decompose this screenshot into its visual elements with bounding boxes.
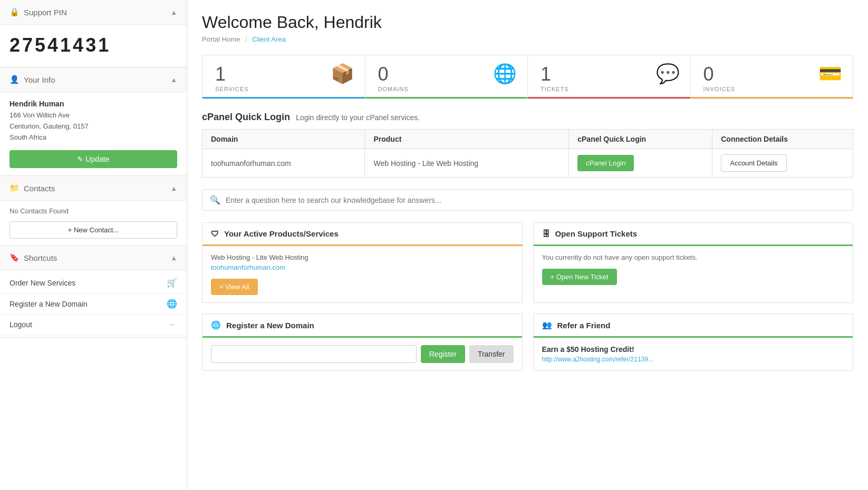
new-contact-button[interactable]: + New Contact...: [9, 221, 177, 239]
user-name: Hendrik Human: [9, 100, 177, 108]
contacts-header[interactable]: 📁 Contacts ▲: [0, 176, 187, 201]
breadcrumb-current[interactable]: Client Area: [252, 35, 286, 43]
refer-link[interactable]: http://www.a2hosting.com/refer/21139...: [542, 356, 845, 363]
cart-icon: 🛒: [167, 278, 177, 288]
update-button[interactable]: ✎ Update: [9, 150, 177, 168]
support-tickets-header: 🗄 Open Support Tickets: [534, 223, 853, 246]
shortcuts-content: Order New Services 🛒 Register a New Doma…: [0, 270, 187, 337]
shortcuts-header[interactable]: 🔖 Shortcuts ▲: [0, 246, 187, 270]
row-product: Web Hosting - Lite Web Hosting: [365, 149, 569, 178]
stat-invoices[interactable]: 💳 0 INVOICES: [691, 55, 853, 99]
col-connection-details: Connection Details: [712, 130, 853, 149]
box-icon: 📦: [331, 63, 354, 85]
no-contacts-text: No Contacts Found: [9, 207, 177, 215]
invoices-count: 0: [703, 65, 714, 84]
stat-domains[interactable]: 🌐 0 DOMAINS: [365, 55, 528, 99]
contacts-content: No Contacts Found + New Contact...: [0, 201, 187, 245]
support-pin-section: 🔒 Support PIN ▲ 27541431: [0, 0, 187, 67]
cards-row-1: 🛡 Your Active Products/Services Web Host…: [202, 222, 853, 303]
support-pin-value: 27541431: [0, 25, 187, 67]
ticket-icon: 🗄: [542, 229, 550, 238]
search-input[interactable]: [226, 196, 845, 204]
account-details-button[interactable]: Account Details: [721, 154, 786, 172]
globe-domain-icon: 🌐: [211, 320, 221, 330]
globe-stat-icon: 🌐: [493, 63, 517, 85]
active-services-body: Web Hosting - Lite Web Hosting toohumanf…: [202, 246, 522, 302]
card-icon: 💳: [818, 63, 842, 85]
shortcut-label-logout: Logout: [9, 320, 32, 329]
active-services-card: 🛡 Your Active Products/Services Web Host…: [202, 222, 523, 303]
shortcut-order-services[interactable]: Order New Services 🛒: [0, 272, 187, 293]
refer-earn-text: Earn a $50 Hosting Credit!: [542, 345, 845, 354]
chevron-up-icon: ▲: [170, 8, 177, 16]
col-domain: Domain: [202, 130, 365, 149]
domains-underline: [365, 97, 528, 99]
search-bar: 🔍: [202, 189, 853, 211]
refer-icon: 👥: [542, 320, 552, 330]
row-domain: toohumanforhuman.com: [202, 149, 365, 178]
col-product: Product: [365, 130, 569, 149]
register-domain-header: 🌐 Register a New Domain: [202, 314, 522, 338]
shortcut-logout[interactable]: Logout ←: [0, 315, 187, 335]
sidebar: 🔒 Support PIN ▲ 27541431 👤 Your Info ▲ H…: [0, 0, 187, 490]
breadcrumb-separator: /: [245, 35, 247, 43]
cpanel-subtitle: Login directly to your cPanel services.: [296, 113, 420, 122]
your-info-header[interactable]: 👤 Your Info ▲: [0, 67, 187, 92]
support-pin-label: Support PIN: [24, 8, 67, 17]
arrow-left-icon: ←: [169, 320, 177, 329]
tickets-label: TICKETS: [541, 86, 568, 92]
service-name: Web Hosting - Lite Web Hosting: [211, 253, 514, 261]
support-tickets-title: Open Support Tickets: [555, 229, 638, 238]
address-line2: Centurion, Gauteng, 0157: [9, 121, 177, 132]
shortcut-register-domain[interactable]: Register a New Domain 🌐: [0, 293, 187, 315]
cpanel-login-button[interactable]: cPanel Login: [577, 155, 634, 171]
transfer-domain-button[interactable]: Transfer: [469, 345, 514, 363]
services-count: 1: [215, 65, 226, 84]
stat-services[interactable]: 📦 1 SERVICES: [202, 55, 365, 99]
invoices-label: INVOICES: [703, 86, 736, 92]
col-cpanel-login: cPanel Quick Login: [569, 130, 712, 149]
cards-row-2: 🌐 Register a New Domain Register Transfe…: [202, 313, 853, 371]
tickets-count: 1: [541, 65, 551, 84]
tickets-underline: [528, 97, 690, 99]
search-icon: 🔍: [210, 195, 220, 205]
support-pin-header[interactable]: 🔒 Support PIN ▲: [0, 0, 187, 25]
shortcut-label-order: Order New Services: [9, 279, 75, 287]
cpanel-section-title: cPanel Quick Login Login directly to you…: [202, 112, 853, 123]
services-underline: [202, 97, 365, 99]
refer-friend-title: Refer a Friend: [557, 321, 611, 330]
service-domain[interactable]: toohumanforhuman.com: [211, 263, 514, 271]
shortcuts-label: Shortcuts: [24, 253, 57, 262]
services-label: SERVICES: [215, 86, 248, 92]
chevron-up-icon4: ▲: [170, 254, 177, 262]
active-services-title: Your Active Products/Services: [224, 229, 339, 238]
open-ticket-button[interactable]: + Open New Ticket: [542, 269, 617, 285]
support-tickets-body: You currently do not have any open suppo…: [534, 246, 853, 292]
domain-search-input[interactable]: [211, 345, 417, 363]
contacts-label: Contacts: [24, 184, 55, 193]
shield-icon: 🛡: [211, 229, 219, 238]
globe-icon: 🌐: [167, 299, 177, 309]
no-tickets-text: You currently do not have any open suppo…: [542, 253, 845, 261]
invoices-underline: [691, 97, 853, 99]
address-line3: South Africa: [9, 132, 177, 143]
person-icon: 👤: [9, 75, 20, 84]
domains-label: DOMAINS: [378, 86, 409, 92]
shortcuts-section: 🔖 Shortcuts ▲ Order New Services 🛒 Regis…: [0, 246, 187, 338]
chevron-up-icon3: ▲: [170, 184, 177, 192]
contacts-section: 📁 Contacts ▲ No Contacts Found + New Con…: [0, 176, 187, 246]
row-cpanel-btn-cell: cPanel Login: [569, 149, 712, 178]
address-line1: 166 Von Willich Ave: [9, 110, 177, 121]
register-domain-button[interactable]: Register: [421, 345, 465, 363]
view-all-button[interactable]: + View All: [211, 279, 258, 295]
stat-tickets[interactable]: 💬 1 TICKETS: [528, 55, 691, 99]
main-content: Welcome Back, Hendrik Portal Home / Clie…: [187, 0, 868, 490]
your-info-label: Your Info: [24, 75, 55, 84]
table-row: toohumanforhuman.com Web Hosting - Lite …: [202, 149, 853, 178]
your-info-content: Hendrik Human 166 Von Willich Ave Centur…: [0, 92, 187, 175]
folder-icon: 📁: [9, 183, 20, 193]
register-domain-card: 🌐 Register a New Domain Register Transfe…: [202, 313, 523, 371]
refer-friend-header: 👥 Refer a Friend: [534, 314, 853, 338]
register-domain-title: Register a New Domain: [226, 321, 314, 330]
shortcut-label-domain: Register a New Domain: [9, 300, 88, 308]
